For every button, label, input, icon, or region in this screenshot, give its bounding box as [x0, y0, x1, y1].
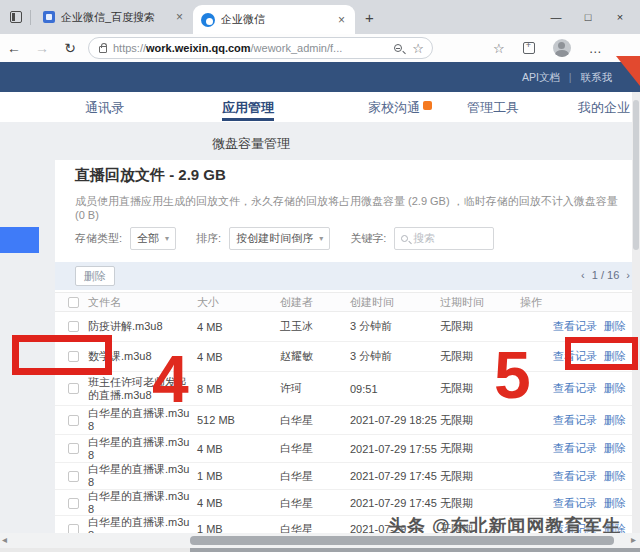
delete-link[interactable]: 删除 [604, 442, 626, 454]
api-docs-link[interactable]: API文档 [522, 71, 560, 83]
prev-page-button[interactable]: ‹ [581, 269, 585, 281]
scroll-left-icon[interactable]: ◂ [2, 534, 7, 545]
storage-type-value: 全部 [137, 231, 159, 246]
view-records-link[interactable]: 查看记录 [553, 470, 597, 482]
maximize-button[interactable]: □ [572, 5, 604, 29]
bottom-edge-strip [0, 548, 640, 552]
favorites-bar-icon[interactable]: ☆ [493, 41, 505, 56]
zoom-out-icon[interactable] [394, 44, 402, 52]
creator: 白华星 [280, 469, 350, 484]
view-records-link[interactable]: 查看记录 [553, 497, 597, 509]
chevron-down-icon: ▾ [165, 234, 169, 243]
row-checkbox[interactable] [68, 415, 79, 426]
add-favorite-icon[interactable]: ☆ [412, 41, 424, 56]
col-size: 大小 [197, 295, 280, 310]
created-time: 3 分钟前 [350, 319, 440, 334]
browser-toolbar: ← → ↻ https://work.weixin.qq.com/wework_… [0, 34, 640, 62]
row-checkbox[interactable] [68, 471, 79, 482]
delete-link[interactable]: 删除 [604, 382, 626, 394]
back-button[interactable]: ← [0, 40, 28, 56]
tab-baidu-search[interactable]: 企业微信_百度搜索 × [35, 0, 193, 34]
delete-link[interactable]: 删除 [604, 497, 626, 509]
creator: 赵耀敏 [280, 349, 350, 364]
nav-my-company[interactable]: 我的企业 [578, 99, 630, 117]
row-checkbox[interactable] [68, 498, 79, 509]
sort-label: 排序: [196, 231, 221, 246]
delete-link[interactable]: 删除 [604, 470, 626, 482]
search-input[interactable] [413, 232, 483, 244]
collections-icon[interactable] [523, 42, 535, 54]
row-checkbox[interactable] [68, 524, 79, 534]
workspace-icon[interactable] [10, 11, 22, 23]
close-icon[interactable]: × [336, 13, 347, 27]
search-box[interactable] [394, 227, 494, 250]
sort-select[interactable]: 按创建时间倒序 ▾ [229, 227, 330, 250]
created-time: 2021-07-29 18:25 [350, 414, 440, 426]
select-all-checkbox[interactable] [68, 297, 79, 308]
row-checkbox[interactable] [68, 383, 79, 394]
nav-app-management[interactable]: 应用管理 [222, 99, 274, 117]
file-name: 白华星的直播课.m3u8 [88, 490, 197, 516]
profile-avatar[interactable] [553, 39, 571, 57]
url-host: work.weixin.qq.com [146, 42, 251, 54]
section-title: 直播回放文件 - 2.9 GB [75, 166, 226, 185]
creator: 许珂 [280, 381, 350, 396]
toolbar-right-icons: ☆ … [493, 39, 603, 57]
next-page-button[interactable]: › [626, 269, 630, 281]
chevron-down-icon: ▾ [319, 234, 323, 243]
tab-wework-active[interactable]: 企业微信 × [193, 5, 355, 34]
row-checkbox[interactable] [68, 443, 79, 454]
creator: 白华星 [280, 522, 350, 534]
new-tab-button[interactable]: + [365, 9, 374, 26]
file-size: 8 MB [197, 383, 280, 395]
delete-link[interactable]: 删除 [604, 414, 626, 426]
row-checkbox[interactable] [68, 321, 79, 332]
view-records-link[interactable]: 查看记录 [553, 442, 597, 454]
vertical-scrollbar[interactable] [632, 92, 640, 533]
wework-favicon-icon [201, 13, 215, 27]
table-row: 班主任许珂老师发起的直播.m3u8 8 MB 许珂 09:51 无限期 查看记录… [55, 372, 640, 406]
close-window-button[interactable]: × [604, 5, 636, 29]
row-actions: 查看记录删除 [520, 381, 640, 396]
delete-selected-button[interactable]: 删除 [75, 266, 115, 286]
table-toolbar: 删除 ‹ 1 / 16 › [55, 262, 640, 290]
row-actions: 查看记录删除 [520, 413, 640, 428]
file-size: 1 MB [197, 470, 280, 482]
storage-type-label: 存储类型: [75, 231, 122, 246]
link-separator: | [569, 71, 572, 83]
nav-school-communication[interactable]: 家校沟通 [368, 99, 432, 117]
minimize-button[interactable]: — [540, 5, 572, 29]
url-text[interactable]: https://work.weixin.qq.com/wework_admin/… [113, 42, 390, 54]
scrollbar-thumb[interactable] [633, 100, 639, 250]
nav-admin-tools[interactable]: 管理工具 [467, 99, 519, 117]
tab-favicon [43, 11, 55, 23]
file-size: 4 MB [197, 443, 280, 455]
address-bar[interactable]: https://work.weixin.qq.com/wework_admin/… [88, 37, 433, 59]
view-records-link[interactable]: 查看记录 [553, 382, 597, 394]
forward-button[interactable]: → [28, 40, 56, 56]
table-row: 防疫讲解.m3u8 4 MB 卫玉冰 3 分钟前 无限期 查看记录删除 [55, 312, 640, 342]
delete-link[interactable]: 删除 [604, 320, 626, 332]
storage-type-select[interactable]: 全部 ▾ [130, 227, 176, 250]
creator: 白华星 [280, 413, 350, 428]
creator: 白华星 [280, 496, 350, 511]
col-creator: 创建者 [280, 295, 350, 310]
close-icon[interactable]: × [174, 10, 185, 24]
horizontal-scrollbar[interactable]: ◂ ▸ [0, 533, 640, 548]
more-menu-icon[interactable]: … [589, 41, 603, 56]
table-body: 防疫讲解.m3u8 4 MB 卫玉冰 3 分钟前 无限期 查看记录删除 数学课.… [55, 312, 640, 533]
nav-contacts[interactable]: 通讯录 [85, 99, 124, 117]
table-row: 数学课.m3u8 4 MB 赵耀敏 3 分钟前 无限期 查看记录删除 [55, 342, 640, 372]
row-actions: 查看记录删除 [520, 319, 640, 334]
blue-highlight-annotation [0, 227, 39, 253]
scroll-right-icon[interactable]: ▸ [631, 534, 636, 545]
refresh-button[interactable]: ↻ [56, 40, 84, 56]
scrollbar-thumb[interactable] [190, 536, 614, 545]
file-size: 1 MB [197, 523, 280, 533]
contact-link[interactable]: 联系我 [581, 71, 613, 83]
red-box-annotation-delete [565, 337, 638, 370]
expiry: 无限期 [440, 469, 520, 484]
view-records-link[interactable]: 查看记录 [553, 414, 597, 426]
view-records-link[interactable]: 查看记录 [553, 320, 597, 332]
expiry: 无限期 [440, 413, 520, 428]
